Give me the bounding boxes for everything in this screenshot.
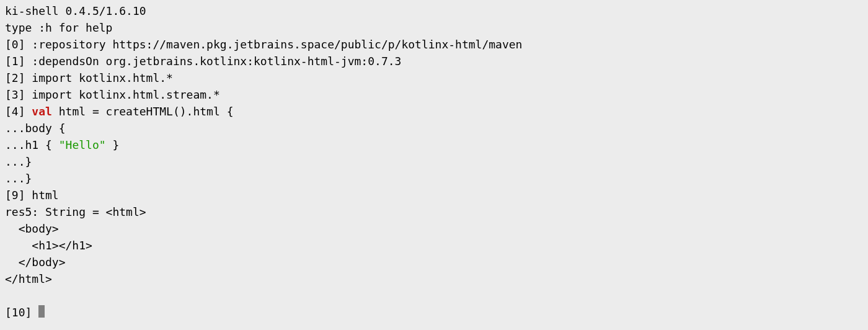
result-line-1: res5: String = <html> (0, 203, 868, 220)
prompt-line[interactable]: [10] (0, 304, 868, 321)
line-prefix: [3] (5, 88, 32, 101)
line-command: } (25, 172, 32, 185)
line-command: import kotlinx.html.stream.* (32, 88, 219, 101)
keyword-val: val (32, 105, 52, 118)
line-prefix: [0] (5, 38, 32, 51)
line-prefix: [4] (5, 105, 32, 118)
line-command: html (32, 189, 58, 202)
repl-line-9: [9] html (0, 187, 868, 203)
shell-version: ki-shell 0.4.5/1.6.10 (0, 2, 868, 19)
line-prefix: [1] (5, 55, 32, 68)
result-line-5: </html> (0, 270, 868, 287)
line-command: import kotlinx.html.* (32, 71, 173, 84)
line-prefix: ... (5, 155, 25, 168)
repl-line-cont-7: ...} (0, 153, 868, 170)
line-command: } (25, 155, 32, 168)
result-line-2: <body> (0, 220, 868, 237)
repl-line-cont-8: ...} (0, 170, 868, 187)
line-rest: html = createHTML().html { (52, 105, 234, 118)
line-prefix: ... (5, 138, 25, 151)
line-prefix: [9] (5, 189, 32, 202)
prompt-prefix: [10] (5, 306, 38, 319)
line-command: :dependsOn org.jetbrains.kotlinx:kotlinx… (32, 55, 401, 68)
repl-line-4: [4] val html = createHTML().html { (0, 103, 868, 120)
repl-line-3: [3] import kotlinx.html.stream.* (0, 86, 868, 103)
result-line-4: </body> (0, 254, 868, 270)
repl-line-2: [2] import kotlinx.html.* (0, 69, 868, 86)
cursor[interactable] (38, 305, 45, 318)
string-literal: "Hello" (59, 138, 106, 151)
line-prefix: ... (5, 172, 25, 185)
line-pre: h1 { (25, 138, 59, 151)
line-prefix: ... (5, 122, 25, 135)
repl-line-1: [1] :dependsOn org.jetbrains.kotlinx:kot… (0, 53, 868, 69)
repl-line-0: [0] :repository https://maven.pkg.jetbra… (0, 36, 868, 53)
repl-line-cont-6: ...h1 { "Hello" } (0, 136, 868, 153)
line-post: } (106, 138, 120, 151)
line-command: :repository https://maven.pkg.jetbrains.… (32, 38, 522, 51)
repl-line-cont-5: ...body { (0, 120, 868, 136)
line-command: body { (25, 122, 66, 135)
result-line-3: <h1></h1> (0, 237, 868, 254)
blank-line (0, 287, 868, 304)
help-hint: type :h for help (0, 19, 868, 36)
line-prefix: [2] (5, 71, 32, 84)
